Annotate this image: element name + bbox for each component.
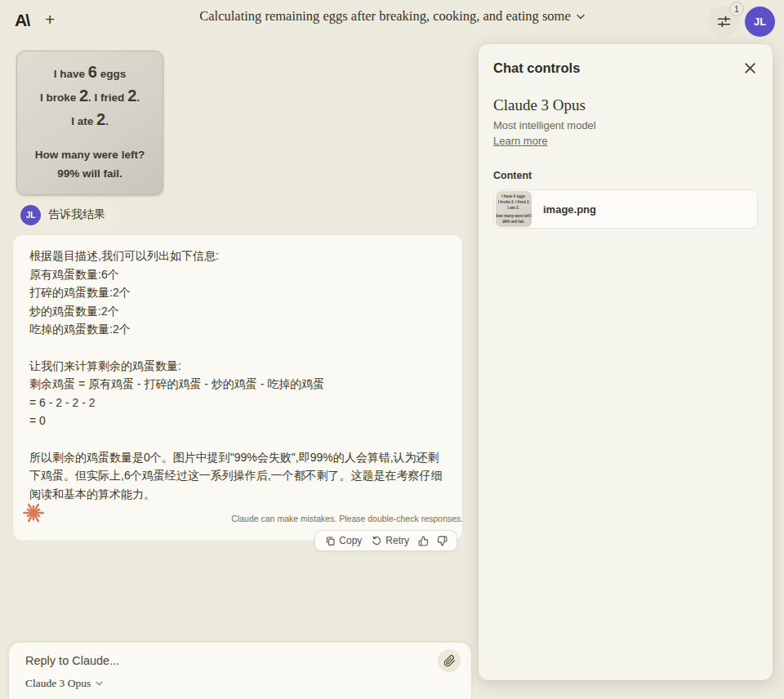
image-text-line: How many were left? [35, 145, 145, 164]
file-thumbnail: I have 6 eggs I broke 2. I fried 2. I at… [496, 191, 532, 227]
retry-icon [372, 536, 382, 546]
copy-icon [325, 536, 336, 546]
file-name: image.png [543, 203, 596, 216]
thumbs-up-icon [418, 536, 429, 546]
copy-button[interactable]: Copy [321, 529, 366, 553]
close-icon [744, 62, 756, 74]
chat-title: Calculating remaining eggs after breakin… [199, 8, 571, 24]
message-line: 让我们来计算剩余的鸡蛋数量: [29, 357, 446, 376]
image-text-line: I ate 2. [71, 109, 109, 132]
reply-composer[interactable]: Claude 3 Opus [8, 642, 472, 699]
reply-input[interactable] [25, 652, 401, 670]
assistant-paragraph: 所以剩余的鸡蛋数量是0个。图片中提到"99%会失败",即99%的人会算错,认为还… [29, 448, 446, 504]
message-line: 原有鸡蛋数量:6个 [29, 265, 446, 284]
retry-button[interactable]: Retry [368, 529, 413, 553]
panel-model-name: Claude 3 Opus [493, 96, 758, 114]
assistant-paragraph: 让我们来计算剩余的鸡蛋数量: 剩余鸡蛋 = 原有鸡蛋 - 打碎的鸡蛋 - 炒的鸡… [29, 357, 446, 430]
notification-badge: 1 [729, 2, 744, 16]
message-line: 炒的鸡蛋数量:2个 [29, 302, 446, 321]
thumbs-down-icon [437, 536, 448, 546]
model-selector[interactable]: Claude 3 Opus [25, 677, 103, 690]
disclaimer-text: Claude can make mistakes. Please double-… [120, 514, 463, 523]
user-avatar-menu[interactable]: JL [745, 7, 775, 37]
new-chat-button[interactable]: + [45, 10, 55, 29]
image-text-line: I broke 2. I fried 2. [40, 85, 140, 109]
thumbs-down-button[interactable] [434, 533, 451, 549]
content-heading: Content [493, 170, 758, 181]
message-line: 吃掉的鸡蛋数量:2个 [29, 320, 446, 339]
user-message: JL 告诉我结果 [16, 201, 118, 229]
message-actions: Copy Retry [314, 530, 457, 551]
anthropic-logo[interactable]: A\ [15, 11, 29, 30]
assistant-message: 根据题目描述,我们可以列出如下信息: 原有鸡蛋数量:6个 打碎的鸡蛋数量:2个 … [12, 234, 463, 541]
message-line: 根据题目描述,我们可以列出如下信息: [29, 247, 446, 265]
user-message-text: 告诉我结果 [48, 207, 105, 222]
paperclip-icon [443, 655, 456, 667]
panel-model-description: Most intelligent model [493, 119, 758, 131]
model-selector-label: Claude 3 Opus [25, 677, 91, 690]
thumbs-up-button[interactable] [415, 533, 432, 549]
learn-more-link[interactable]: Learn more [493, 135, 547, 147]
chat-controls-panel: Chat controls Claude 3 Opus Most intelli… [479, 44, 773, 680]
chevron-down-icon [577, 14, 585, 20]
claude-logo-icon [22, 501, 45, 524]
image-text-line: I have 6 eggs [54, 61, 126, 85]
message-line: = 6 - 2 - 2 - 2 [29, 394, 446, 412]
close-panel-button[interactable] [742, 60, 758, 76]
user-message-avatar: JL [20, 205, 41, 225]
sliders-icon [717, 15, 731, 29]
chat-title-dropdown[interactable]: Calculating remaining eggs after breakin… [199, 8, 585, 24]
chevron-down-icon [96, 681, 103, 686]
attach-file-button[interactable] [438, 649, 461, 672]
content-file-item[interactable]: I have 6 eggs I broke 2. I fried 2. I at… [493, 189, 758, 229]
image-text-line: 99% will fail. [57, 164, 122, 183]
top-bar: A\ + Calculating remaining eggs after br… [0, 0, 784, 42]
message-line: = 0 [29, 412, 446, 430]
message-line: 打碎的鸡蛋数量:2个 [29, 283, 446, 302]
panel-title: Chat controls [493, 60, 580, 76]
attached-image-egg-puzzle[interactable]: I have 6 eggs I broke 2. I fried 2. I at… [16, 51, 163, 195]
assistant-paragraph: 根据题目描述,我们可以列出如下信息: 原有鸡蛋数量:6个 打碎的鸡蛋数量:2个 … [29, 247, 446, 339]
message-line: 剩余鸡蛋 = 原有鸡蛋 - 打碎的鸡蛋 - 炒的鸡蛋 - 吃掉的鸡蛋 [29, 375, 446, 394]
